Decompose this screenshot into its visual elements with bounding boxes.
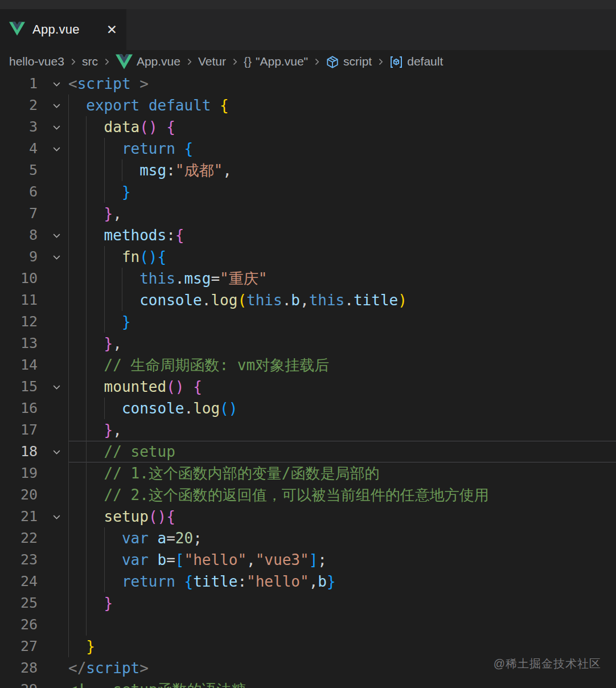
line-number[interactable]: 12: [0, 311, 44, 333]
line-number[interactable]: 17: [0, 419, 44, 441]
code-line[interactable]: 12}: [0, 311, 616, 333]
line-number[interactable]: 18: [0, 441, 44, 462]
fold-chevron-icon[interactable]: [44, 441, 68, 462]
code-text[interactable]: },: [68, 419, 616, 441]
code-text[interactable]: // 1.这个函数内部的变量/函数是局部的: [68, 462, 616, 484]
code-line[interactable]: 20// 2.这个函数的返回值，可以被当前组件的任意地方使用: [0, 484, 616, 506]
fold-chevron-icon[interactable]: [44, 506, 68, 527]
breadcrumb-item-script[interactable]: script: [326, 54, 372, 68]
code-text[interactable]: setup(){: [68, 506, 616, 527]
code-line[interactable]: 2export default {: [0, 95, 616, 116]
code-line[interactable]: 7},: [0, 203, 616, 224]
fold-chevron-icon[interactable]: [44, 73, 68, 95]
code-line[interactable]: 18// setup: [0, 441, 616, 462]
code-text[interactable]: // 生命周期函数: vm对象挂载后: [68, 354, 616, 376]
code-text[interactable]: // 2.这个函数的返回值，可以被当前组件的任意地方使用: [68, 484, 616, 506]
code-line[interactable]: 19// 1.这个函数内部的变量/函数是局部的: [0, 462, 616, 484]
breadcrumb-item-src[interactable]: src: [82, 55, 98, 68]
line-number[interactable]: 24: [0, 571, 44, 592]
code-line[interactable]: 10this.msg="重庆": [0, 268, 616, 289]
fold-chevron-icon[interactable]: [44, 224, 68, 246]
code-line[interactable]: 23var b=["hello","vue3"];: [0, 549, 616, 571]
fold-chevron-icon[interactable]: [44, 116, 68, 138]
code-line[interactable]: 16console.log(): [0, 398, 616, 419]
line-number[interactable]: 1: [0, 73, 44, 95]
breadcrumb-item-extension[interactable]: Vetur: [198, 55, 226, 68]
breadcrumb-item-object[interactable]: {} "App.vue": [244, 55, 308, 68]
code-line[interactable]: 9fn(){: [0, 246, 616, 268]
line-number[interactable]: 9: [0, 246, 44, 268]
fold-chevron-icon[interactable]: [44, 138, 68, 159]
code-text[interactable]: [68, 614, 616, 636]
code-text[interactable]: var b=["hello","vue3"];: [68, 549, 616, 571]
code-line[interactable]: 27}: [0, 636, 616, 657]
code-text[interactable]: return {title:"hello",b}: [68, 571, 616, 592]
code-text[interactable]: },: [68, 333, 616, 354]
line-number[interactable]: 14: [0, 354, 44, 376]
code-editor[interactable]: 1<script >2export default {3data() {4ret…: [0, 73, 616, 688]
line-number[interactable]: 13: [0, 333, 44, 354]
code-line[interactable]: 26: [0, 614, 616, 636]
code-line[interactable]: 5msg:"成都",: [0, 159, 616, 181]
fold-chevron-icon[interactable]: [44, 376, 68, 398]
code-line[interactable]: 29<!-- setup函数的语法糖: [0, 679, 616, 688]
code-text[interactable]: console.log(this.b,this.title): [68, 289, 616, 311]
line-number[interactable]: 22: [0, 527, 44, 549]
line-number[interactable]: 10: [0, 268, 44, 289]
code-text[interactable]: }: [68, 181, 616, 203]
code-text[interactable]: <!-- setup函数的语法糖: [68, 679, 616, 688]
fold-chevron-icon[interactable]: [44, 246, 68, 268]
code-line[interactable]: 15mounted() {: [0, 376, 616, 398]
line-number[interactable]: 3: [0, 116, 44, 138]
code-line[interactable]: 4return {: [0, 138, 616, 159]
line-number[interactable]: 4: [0, 138, 44, 159]
code-text[interactable]: msg:"成都",: [68, 159, 616, 181]
breadcrumb-item-root[interactable]: hello-vue3: [9, 55, 64, 68]
code-text[interactable]: <script >: [68, 73, 616, 95]
code-text[interactable]: }: [68, 311, 616, 333]
line-number[interactable]: 5: [0, 159, 44, 181]
code-line[interactable]: 1<script >: [0, 73, 616, 95]
code-text[interactable]: }: [68, 592, 616, 614]
close-icon[interactable]: ✕: [106, 23, 117, 36]
breadcrumb-item-file[interactable]: App.vue: [116, 54, 180, 69]
code-text[interactable]: var a=20;: [68, 527, 616, 549]
code-text[interactable]: this.msg="重庆": [68, 268, 616, 289]
code-line[interactable]: 8methods:{: [0, 224, 616, 246]
line-number[interactable]: 8: [0, 224, 44, 246]
code-text[interactable]: console.log(): [68, 398, 616, 419]
code-line[interactable]: 25}: [0, 592, 616, 614]
line-number[interactable]: 19: [0, 462, 44, 484]
line-number[interactable]: 27: [0, 636, 44, 657]
code-line[interactable]: 3data() {: [0, 116, 616, 138]
code-text[interactable]: export default {: [68, 95, 616, 116]
code-line[interactable]: 6}: [0, 181, 616, 203]
line-number[interactable]: 25: [0, 592, 44, 614]
code-text[interactable]: // setup: [68, 441, 616, 462]
code-text[interactable]: fn(){: [68, 246, 616, 268]
line-number[interactable]: 26: [0, 614, 44, 636]
code-line[interactable]: 11console.log(this.b,this.title): [0, 289, 616, 311]
code-text[interactable]: }: [68, 636, 616, 657]
line-number[interactable]: 7: [0, 203, 44, 224]
line-number[interactable]: 11: [0, 289, 44, 311]
code-text[interactable]: return {: [68, 138, 616, 159]
code-text[interactable]: data() {: [68, 116, 616, 138]
tab-app-vue[interactable]: App.vue ✕: [0, 9, 126, 50]
breadcrumb-item-default[interactable]: default: [389, 54, 443, 68]
line-number[interactable]: 21: [0, 506, 44, 527]
code-text[interactable]: mounted() {: [68, 376, 616, 398]
line-number[interactable]: 20: [0, 484, 44, 506]
line-number[interactable]: 23: [0, 549, 44, 571]
code-line[interactable]: 13},: [0, 333, 616, 354]
line-number[interactable]: 28: [0, 657, 44, 679]
line-number[interactable]: 6: [0, 181, 44, 203]
line-number[interactable]: 16: [0, 398, 44, 419]
code-line[interactable]: 17},: [0, 419, 616, 441]
code-line[interactable]: 22var a=20;: [0, 527, 616, 549]
line-number[interactable]: 29: [0, 679, 44, 688]
line-number[interactable]: 15: [0, 376, 44, 398]
code-line[interactable]: 24return {title:"hello",b}: [0, 571, 616, 592]
fold-chevron-icon[interactable]: [44, 679, 68, 688]
line-number[interactable]: 2: [0, 95, 44, 116]
